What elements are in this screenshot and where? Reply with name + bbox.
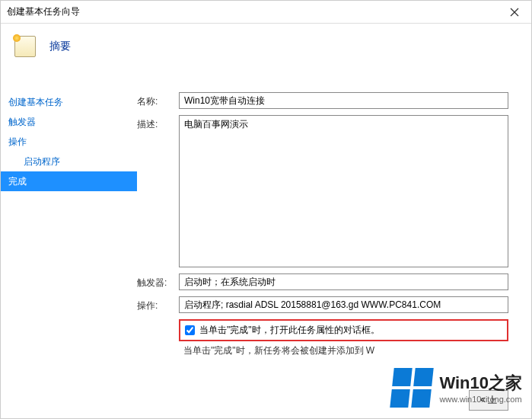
page-title: 摘要 bbox=[49, 40, 71, 53]
wizard-buttons: < 上 bbox=[464, 390, 508, 411]
main-panel: 名称: 描述: 触发器: 操作: 当单击"完成"时，打开此任务属性的对话框。 当… bbox=[137, 69, 531, 418]
sidebar-item-action[interactable]: 操作 bbox=[1, 132, 137, 152]
open-properties-row: 当单击"完成"时，打开此任务属性的对话框。 bbox=[179, 319, 508, 341]
task-wizard-icon bbox=[14, 36, 36, 57]
sidebar-item-create-task[interactable]: 创建基本任务 bbox=[1, 92, 137, 112]
open-properties-label: 当单击"完成"时，打开此任务属性的对话框。 bbox=[199, 324, 380, 337]
close-button[interactable] bbox=[497, 1, 531, 23]
finish-note: 当单击"完成"时，新任务将会被创建并添加到 W bbox=[179, 341, 508, 360]
open-properties-checkbox[interactable] bbox=[185, 325, 195, 335]
name-field[interactable] bbox=[179, 92, 508, 109]
description-label: 描述: bbox=[137, 115, 179, 131]
titlebar: 创建基本任务向导 bbox=[1, 1, 531, 24]
sidebar-item-start-program[interactable]: 启动程序 bbox=[1, 152, 137, 171]
trigger-field[interactable] bbox=[179, 273, 508, 290]
back-button[interactable]: < 上 bbox=[469, 390, 508, 411]
wizard-header: 摘要 bbox=[1, 24, 531, 69]
content-area: 创建基本任务 触发器 操作 启动程序 完成 名称: 描述: 触发器: 操作: 当… bbox=[1, 69, 531, 418]
description-field[interactable] bbox=[179, 115, 508, 267]
sidebar-item-trigger[interactable]: 触发器 bbox=[1, 112, 137, 132]
action-field[interactable] bbox=[179, 296, 508, 313]
sidebar-item-finish[interactable]: 完成 bbox=[1, 171, 137, 191]
close-icon bbox=[510, 8, 519, 17]
wizard-sidebar: 创建基本任务 触发器 操作 启动程序 完成 bbox=[1, 69, 137, 418]
action-label: 操作: bbox=[137, 296, 179, 312]
trigger-label: 触发器: bbox=[137, 273, 179, 289]
name-label: 名称: bbox=[137, 92, 179, 108]
window-title: 创建基本任务向导 bbox=[7, 5, 80, 18]
